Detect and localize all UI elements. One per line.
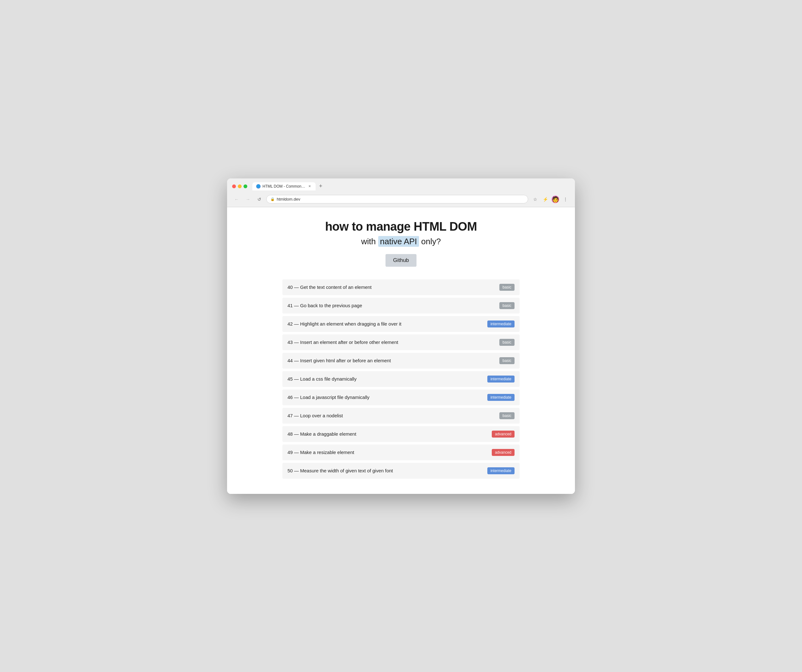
task-item[interactable]: 44 — Insert given html after or before a… <box>282 353 520 369</box>
task-item[interactable]: 43 — Insert an element after or before o… <box>282 334 520 350</box>
subtitle-after: only? <box>419 236 441 246</box>
back-button[interactable]: ← <box>232 195 241 204</box>
task-badge: basic <box>500 339 514 346</box>
task-label: 46 — Load a javascript file dynamically <box>288 395 369 400</box>
github-button[interactable]: Github <box>385 254 417 267</box>
task-badge: intermediate <box>487 376 514 382</box>
hero-title: how to manage HTML DOM <box>233 220 569 233</box>
page-content: how to manage HTML DOM with native API o… <box>227 207 575 494</box>
task-item[interactable]: 49 — Make a resizable elementadvanced <box>282 445 520 460</box>
task-item[interactable]: 42 — Highlight an element when dragging … <box>282 316 520 332</box>
task-item[interactable]: 45 — Load a css file dynamicallyintermed… <box>282 371 520 387</box>
task-item[interactable]: 41 — Go back to the previous pagebasic <box>282 298 520 314</box>
browser-chrome: 🌐 HTML DOM - Common tasks of ✕ + ← → ↺ 🔒… <box>227 178 575 207</box>
menu-button[interactable]: ⋮ <box>561 195 570 204</box>
tab-close-button[interactable]: ✕ <box>307 184 312 189</box>
tab-favicon: 🌐 <box>256 184 260 189</box>
traffic-lights <box>232 185 247 188</box>
task-label: 44 — Insert given html after or before a… <box>288 358 391 363</box>
star-button[interactable]: ☆ <box>531 195 540 204</box>
task-item[interactable]: 46 — Load a javascript file dynamicallyi… <box>282 389 520 405</box>
reload-button[interactable]: ↺ <box>255 195 264 204</box>
native-api-highlight: native API <box>378 236 419 247</box>
task-item[interactable]: 40 — Get the text content of an elementb… <box>282 279 520 295</box>
task-label: 43 — Insert an element after or before o… <box>288 340 398 345</box>
maximize-button[interactable] <box>244 185 247 188</box>
subtitle-before: with <box>361 236 378 246</box>
close-button[interactable] <box>232 185 236 188</box>
task-badge: basic <box>500 284 514 291</box>
new-tab-button[interactable]: + <box>317 183 325 190</box>
profile-avatar: 🧑 <box>551 196 559 203</box>
task-badge: basic <box>500 302 514 309</box>
cast-button[interactable]: ⚡ <box>541 195 550 204</box>
address-text: htmldom.dev <box>277 197 524 202</box>
task-badge: intermediate <box>487 321 514 327</box>
task-label: 45 — Load a css file dynamically <box>288 376 356 382</box>
task-badge: basic <box>500 357 514 364</box>
task-item[interactable]: 48 — Make a draggable elementadvanced <box>282 426 520 442</box>
task-label: 47 — Loop over a nodelist <box>288 413 343 418</box>
task-label: 50 — Measure the width of given text of … <box>288 468 393 473</box>
task-list: 40 — Get the text content of an elementb… <box>282 279 520 479</box>
task-badge: intermediate <box>487 467 514 474</box>
task-label: 41 — Go back to the previous page <box>288 303 362 308</box>
tab-title: HTML DOM - Common tasks of <box>262 184 306 189</box>
address-bar[interactable]: 🔒 htmldom.dev <box>266 195 528 204</box>
task-badge: basic <box>500 412 514 419</box>
avatar[interactable]: 🧑 <box>551 195 560 204</box>
browser-window: 🌐 HTML DOM - Common tasks of ✕ + ← → ↺ 🔒… <box>227 178 575 494</box>
hero-section: how to manage HTML DOM with native API o… <box>233 220 569 267</box>
task-badge: advanced <box>492 449 514 456</box>
tab-bar: 🌐 HTML DOM - Common tasks of ✕ + <box>252 182 570 191</box>
task-badge: intermediate <box>487 394 514 401</box>
hero-subtitle: with native API only? <box>233 236 569 246</box>
task-item[interactable]: 50 — Measure the width of given text of … <box>282 463 520 479</box>
task-label: 40 — Get the text content of an element <box>288 285 372 290</box>
task-label: 42 — Highlight an element when dragging … <box>288 321 401 327</box>
task-label: 49 — Make a resizable element <box>288 450 354 455</box>
titlebar: 🌐 HTML DOM - Common tasks of ✕ + <box>227 178 575 193</box>
task-item[interactable]: 47 — Loop over a nodelistbasic <box>282 408 520 424</box>
forward-button[interactable]: → <box>244 195 252 204</box>
toolbar-icons: ☆ ⚡ 🧑 ⋮ <box>531 195 570 204</box>
task-label: 48 — Make a draggable element <box>288 431 356 437</box>
task-badge: advanced <box>492 431 514 437</box>
active-tab[interactable]: 🌐 HTML DOM - Common tasks of ✕ <box>252 182 315 191</box>
minimize-button[interactable] <box>238 185 242 188</box>
address-bar-container: ← → ↺ 🔒 htmldom.dev ☆ ⚡ 🧑 ⋮ <box>227 193 575 207</box>
lock-icon: 🔒 <box>270 197 275 201</box>
